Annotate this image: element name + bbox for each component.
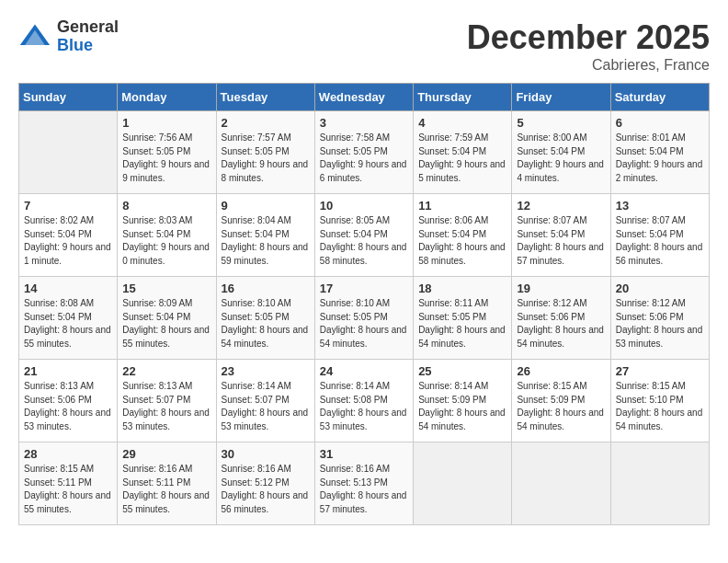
- day-cell: 24Sunrise: 8:14 AM Sunset: 5:08 PM Dayli…: [314, 360, 413, 442]
- day-cell: 1Sunrise: 7:56 AM Sunset: 5:05 PM Daylig…: [118, 111, 216, 194]
- day-number: 30: [222, 447, 310, 461]
- calendar-title: December 2025: [467, 18, 710, 57]
- day-info: Sunrise: 8:05 AM Sunset: 5:04 PM Dayligh…: [320, 214, 408, 268]
- day-cell: 13Sunrise: 8:07 AM Sunset: 5:04 PM Dayli…: [610, 194, 709, 277]
- day-cell: [19, 111, 118, 194]
- day-cell: 3Sunrise: 7:58 AM Sunset: 5:05 PM Daylig…: [314, 111, 413, 194]
- header-day-sunday: Sunday: [19, 84, 118, 111]
- day-info: Sunrise: 8:16 AM Sunset: 5:12 PM Dayligh…: [222, 463, 310, 516]
- day-cell: 10Sunrise: 8:05 AM Sunset: 5:04 PM Dayli…: [314, 194, 413, 277]
- day-number: 6: [616, 116, 704, 130]
- day-number: 11: [418, 199, 506, 213]
- day-info: Sunrise: 8:15 AM Sunset: 5:11 PM Dayligh…: [24, 463, 112, 516]
- calendar-header: SundayMondayTuesdayWednesdayThursdayFrid…: [19, 84, 710, 111]
- day-info: Sunrise: 8:08 AM Sunset: 5:04 PM Dayligh…: [24, 297, 112, 350]
- day-cell: 29Sunrise: 8:16 AM Sunset: 5:11 PM Dayli…: [118, 442, 216, 525]
- day-cell: 27Sunrise: 8:15 AM Sunset: 5:10 PM Dayli…: [610, 360, 709, 442]
- day-number: 24: [320, 364, 408, 378]
- header: General Blue December 2025 Cabrieres, Fr…: [18, 18, 710, 74]
- day-cell: 26Sunrise: 8:15 AM Sunset: 5:09 PM Dayli…: [512, 360, 610, 442]
- day-info: Sunrise: 8:04 AM Sunset: 5:04 PM Dayligh…: [222, 214, 310, 268]
- day-cell: 2Sunrise: 7:57 AM Sunset: 5:05 PM Daylig…: [216, 111, 314, 194]
- header-day-saturday: Saturday: [610, 84, 709, 111]
- day-cell: 12Sunrise: 8:07 AM Sunset: 5:04 PM Dayli…: [512, 194, 610, 277]
- day-info: Sunrise: 8:14 AM Sunset: 5:07 PM Dayligh…: [222, 380, 310, 433]
- day-number: 2: [222, 116, 310, 130]
- day-cell: 8Sunrise: 8:03 AM Sunset: 5:04 PM Daylig…: [118, 194, 216, 277]
- day-info: Sunrise: 8:12 AM Sunset: 5:06 PM Dayligh…: [616, 297, 704, 350]
- day-cell: 31Sunrise: 8:16 AM Sunset: 5:13 PM Dayli…: [314, 442, 413, 525]
- day-number: 28: [24, 447, 112, 461]
- week-row-0: 1Sunrise: 7:56 AM Sunset: 5:05 PM Daylig…: [19, 111, 710, 194]
- day-cell: 11Sunrise: 8:06 AM Sunset: 5:04 PM Dayli…: [414, 194, 512, 277]
- header-day-monday: Monday: [118, 84, 216, 111]
- day-cell: 9Sunrise: 8:04 AM Sunset: 5:04 PM Daylig…: [216, 194, 314, 277]
- day-cell: [512, 442, 610, 525]
- day-info: Sunrise: 8:14 AM Sunset: 5:09 PM Dayligh…: [418, 380, 506, 433]
- day-number: 3: [320, 116, 408, 130]
- day-number: 19: [517, 282, 605, 295]
- day-info: Sunrise: 8:16 AM Sunset: 5:13 PM Dayligh…: [320, 463, 408, 516]
- day-info: Sunrise: 8:13 AM Sunset: 5:07 PM Dayligh…: [122, 380, 210, 433]
- day-info: Sunrise: 8:06 AM Sunset: 5:04 PM Dayligh…: [418, 214, 506, 268]
- week-row-2: 14Sunrise: 8:08 AM Sunset: 5:04 PM Dayli…: [19, 277, 710, 360]
- day-info: Sunrise: 8:03 AM Sunset: 5:04 PM Dayligh…: [122, 214, 210, 268]
- day-info: Sunrise: 8:13 AM Sunset: 5:06 PM Dayligh…: [24, 380, 112, 433]
- logo-general-text: General: [57, 18, 119, 37]
- day-info: Sunrise: 8:11 AM Sunset: 5:05 PM Dayligh…: [418, 297, 506, 350]
- day-number: 10: [320, 199, 408, 213]
- day-number: 7: [24, 199, 112, 213]
- day-number: 16: [222, 282, 310, 295]
- day-number: 14: [24, 282, 112, 295]
- day-info: Sunrise: 8:15 AM Sunset: 5:09 PM Dayligh…: [517, 380, 605, 433]
- day-cell: 14Sunrise: 8:08 AM Sunset: 5:04 PM Dayli…: [19, 277, 118, 360]
- day-info: Sunrise: 8:14 AM Sunset: 5:08 PM Dayligh…: [320, 380, 408, 433]
- day-number: 23: [222, 364, 310, 378]
- day-number: 26: [517, 364, 605, 378]
- day-info: Sunrise: 8:15 AM Sunset: 5:10 PM Dayligh…: [616, 380, 704, 433]
- day-number: 8: [122, 199, 210, 213]
- day-number: 29: [122, 447, 210, 461]
- day-info: Sunrise: 8:12 AM Sunset: 5:06 PM Dayligh…: [517, 297, 605, 350]
- header-day-wednesday: Wednesday: [314, 84, 413, 111]
- day-cell: 28Sunrise: 8:15 AM Sunset: 5:11 PM Dayli…: [19, 442, 118, 525]
- day-cell: 17Sunrise: 8:10 AM Sunset: 5:05 PM Dayli…: [314, 277, 413, 360]
- week-row-3: 21Sunrise: 8:13 AM Sunset: 5:06 PM Dayli…: [19, 360, 710, 442]
- day-number: 18: [418, 282, 506, 295]
- logo-blue-text: Blue: [57, 37, 119, 55]
- day-cell: 22Sunrise: 8:13 AM Sunset: 5:07 PM Dayli…: [118, 360, 216, 442]
- day-number: 17: [320, 282, 408, 295]
- day-number: 1: [122, 116, 210, 130]
- week-row-4: 28Sunrise: 8:15 AM Sunset: 5:11 PM Dayli…: [19, 442, 710, 525]
- day-info: Sunrise: 8:16 AM Sunset: 5:11 PM Dayligh…: [122, 463, 210, 516]
- day-info: Sunrise: 7:58 AM Sunset: 5:05 PM Dayligh…: [320, 132, 408, 185]
- day-cell: 21Sunrise: 8:13 AM Sunset: 5:06 PM Dayli…: [19, 360, 118, 442]
- calendar-subtitle: Cabrieres, France: [467, 57, 710, 74]
- day-info: Sunrise: 8:00 AM Sunset: 5:04 PM Dayligh…: [517, 132, 605, 185]
- day-info: Sunrise: 8:10 AM Sunset: 5:05 PM Dayligh…: [222, 297, 310, 350]
- day-cell: 6Sunrise: 8:01 AM Sunset: 5:04 PM Daylig…: [610, 111, 709, 194]
- logo-icon: [18, 20, 51, 53]
- day-cell: 23Sunrise: 8:14 AM Sunset: 5:07 PM Dayli…: [216, 360, 314, 442]
- day-number: 20: [616, 282, 704, 295]
- header-day-thursday: Thursday: [414, 84, 512, 111]
- day-cell: 4Sunrise: 7:59 AM Sunset: 5:04 PM Daylig…: [414, 111, 512, 194]
- day-cell: 19Sunrise: 8:12 AM Sunset: 5:06 PM Dayli…: [512, 277, 610, 360]
- header-day-friday: Friday: [512, 84, 610, 111]
- day-info: Sunrise: 8:09 AM Sunset: 5:04 PM Dayligh…: [122, 297, 210, 350]
- day-cell: 20Sunrise: 8:12 AM Sunset: 5:06 PM Dayli…: [610, 277, 709, 360]
- week-row-1: 7Sunrise: 8:02 AM Sunset: 5:04 PM Daylig…: [19, 194, 710, 277]
- day-number: 27: [616, 364, 704, 378]
- day-cell: 16Sunrise: 8:10 AM Sunset: 5:05 PM Dayli…: [216, 277, 314, 360]
- day-number: 22: [122, 364, 210, 378]
- day-cell: 5Sunrise: 8:00 AM Sunset: 5:04 PM Daylig…: [512, 111, 610, 194]
- day-info: Sunrise: 7:59 AM Sunset: 5:04 PM Dayligh…: [418, 132, 506, 185]
- logo: General Blue: [18, 18, 119, 55]
- day-cell: 7Sunrise: 8:02 AM Sunset: 5:04 PM Daylig…: [19, 194, 118, 277]
- day-info: Sunrise: 8:01 AM Sunset: 5:04 PM Dayligh…: [616, 132, 704, 185]
- day-number: 15: [122, 282, 210, 295]
- day-cell: 25Sunrise: 8:14 AM Sunset: 5:09 PM Dayli…: [414, 360, 512, 442]
- calendar-table: SundayMondayTuesdayWednesdayThursdayFrid…: [18, 83, 710, 525]
- day-number: 5: [517, 116, 605, 130]
- header-day-tuesday: Tuesday: [216, 84, 314, 111]
